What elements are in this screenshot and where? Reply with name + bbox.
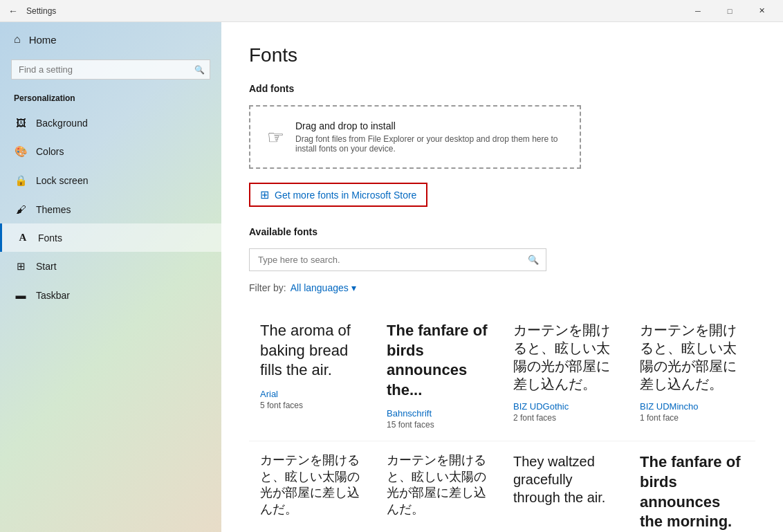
add-fonts-title: Add fonts (249, 83, 755, 94)
font-preview-bahnschrift: The fanfare of birds announces the... (387, 321, 491, 400)
fonts-icon: A (16, 232, 30, 244)
taskbar-icon: ▬ (14, 289, 28, 301)
font-card-biz-udmincho[interactable]: カーテンを開けると、眩しい太陽の光が部屋に差し込んだ。 BIZ UDMincho… (629, 310, 755, 441)
drag-drop-area[interactable]: ☞ Drag and drop to install Drag font fil… (249, 105, 581, 169)
sidebar: ⌂ Home 🔍 Personalization 🖼 Background 🎨 … (0, 22, 221, 532)
sidebar-home-label: Home (29, 34, 57, 46)
font-search-input[interactable] (250, 249, 521, 270)
filter-label: Filter by: (249, 282, 286, 293)
filter-language-selector[interactable]: All languages ▾ (291, 282, 356, 293)
sidebar-item-home[interactable]: ⌂ Home (0, 22, 221, 57)
sidebar-search-container: 🔍 (11, 59, 210, 80)
font-card-row2-3[interactable]: They waltzed gracefully through the air. (502, 441, 629, 532)
titlebar-title: Settings (26, 6, 56, 16)
font-name-arial: Arial (260, 389, 365, 399)
sidebar-item-start[interactable]: ⊞ Start (0, 252, 221, 281)
sidebar-item-fonts-label: Fonts (38, 232, 62, 244)
sidebar-item-colors-label: Colors (36, 146, 64, 157)
drag-drop-secondary: Drag font files from File Explorer or yo… (295, 134, 563, 154)
sidebar-item-fonts[interactable]: A Fonts (0, 223, 221, 252)
sidebar-item-background-label: Background (36, 118, 88, 129)
themes-icon: 🖌 (14, 203, 28, 215)
filter-arrow-icon: ▾ (351, 282, 356, 293)
font-preview-row2-2: カーテンを開けると、眩しい太陽の光が部屋に差し込んだ。 (387, 452, 491, 517)
close-button[interactable]: ✕ (746, 0, 777, 22)
font-card-row2-1[interactable]: カーテンを開けると、眩しい太陽の光が部屋に差し込んだ。 (249, 441, 376, 532)
font-preview-row2-4: The fanfare of birds announces the morni… (640, 452, 744, 531)
font-faces-biz-udgothic: 2 font faces (513, 413, 618, 423)
titlebar-controls: ─ □ ✕ (682, 0, 777, 22)
store-btn-label: Get more fonts in Microsoft Store (275, 190, 416, 201)
sidebar-item-taskbar[interactable]: ▬ Taskbar (0, 281, 221, 309)
store-button[interactable]: ⊞ Get more fonts in Microsoft Store (249, 183, 427, 207)
sidebar-section-title: Personalization (0, 88, 221, 109)
drag-drop-icon: ☞ (267, 126, 284, 149)
page-title: Fonts (249, 44, 755, 66)
titlebar: ← Settings ─ □ ✕ (0, 0, 783, 22)
app-body: ⌂ Home 🔍 Personalization 🖼 Background 🎨 … (0, 22, 783, 532)
colors-icon: 🎨 (14, 145, 28, 158)
font-search-icon: 🔍 (521, 249, 546, 270)
sidebar-item-lock-label: Lock screen (36, 175, 88, 186)
minimize-button[interactable]: ─ (682, 0, 714, 22)
store-icon: ⊞ (260, 188, 269, 201)
font-card-arial[interactable]: The aroma of baking bread fills the air.… (249, 310, 376, 441)
start-icon: ⊞ (14, 260, 28, 273)
main-content: Fonts Add fonts ☞ Drag and drop to insta… (221, 22, 783, 532)
back-button[interactable]: ← (6, 3, 21, 19)
font-faces-bahnschrift: 15 font faces (387, 420, 491, 430)
filter-value: All languages (291, 282, 349, 293)
sidebar-item-lock-screen[interactable]: 🔒 Lock screen (0, 166, 221, 195)
font-card-biz-udgothic[interactable]: カーテンを開けると、眩しい太陽の光が部屋に差し込んだ。 BIZ UDGothic… (502, 310, 629, 441)
search-input[interactable] (11, 59, 210, 80)
font-search-container: 🔍 (249, 248, 546, 271)
font-preview-biz-udmincho: カーテンを開けると、眩しい太陽の光が部屋に差し込んだ。 (640, 321, 744, 393)
titlebar-left: ← Settings (6, 3, 56, 19)
sidebar-item-colors[interactable]: 🎨 Colors (0, 137, 221, 166)
font-faces-biz-udmincho: 1 font face (640, 413, 744, 423)
lock-icon: 🔒 (14, 174, 28, 187)
font-name-bahnschrift: Bahnschrift (387, 408, 491, 419)
font-preview-arial: The aroma of baking bread fills the air. (260, 321, 365, 380)
sidebar-item-background[interactable]: 🖼 Background (0, 109, 221, 137)
font-card-bahnschrift[interactable]: The fanfare of birds announces the... Ba… (376, 310, 502, 441)
filter-row: Filter by: All languages ▾ (249, 282, 755, 293)
sidebar-item-start-label: Start (36, 261, 57, 272)
maximize-button[interactable]: □ (714, 0, 746, 22)
font-name-biz-udgothic: BIZ UDGothic (513, 401, 618, 412)
font-card-row2-2[interactable]: カーテンを開けると、眩しい太陽の光が部屋に差し込んだ。 (376, 441, 502, 532)
search-icon: 🔍 (194, 65, 205, 75)
drag-drop-primary: Drag and drop to install (295, 120, 563, 131)
font-preview-biz-udgothic: カーテンを開けると、眩しい太陽の光が部屋に差し込んだ。 (513, 321, 618, 393)
font-preview-row2-1: カーテンを開けると、眩しい太陽の光が部屋に差し込んだ。 (260, 452, 365, 517)
font-faces-arial: 5 font faces (260, 401, 365, 410)
home-icon: ⌂ (14, 33, 21, 46)
font-grid: The aroma of baking bread fills the air.… (249, 310, 755, 532)
background-icon: 🖼 (14, 117, 28, 129)
drag-drop-text: Drag and drop to install Drag font files… (295, 120, 563, 154)
available-fonts-title: Available fonts (249, 226, 755, 237)
sidebar-item-themes[interactable]: 🖌 Themes (0, 195, 221, 223)
font-name-biz-udmincho: BIZ UDMincho (640, 401, 744, 412)
sidebar-item-taskbar-label: Taskbar (36, 290, 70, 301)
font-card-row2-4[interactable]: The fanfare of birds announces the morni… (629, 441, 755, 532)
sidebar-item-themes-label: Themes (36, 204, 71, 215)
font-preview-row2-3: They waltzed gracefully through the air. (513, 452, 618, 508)
